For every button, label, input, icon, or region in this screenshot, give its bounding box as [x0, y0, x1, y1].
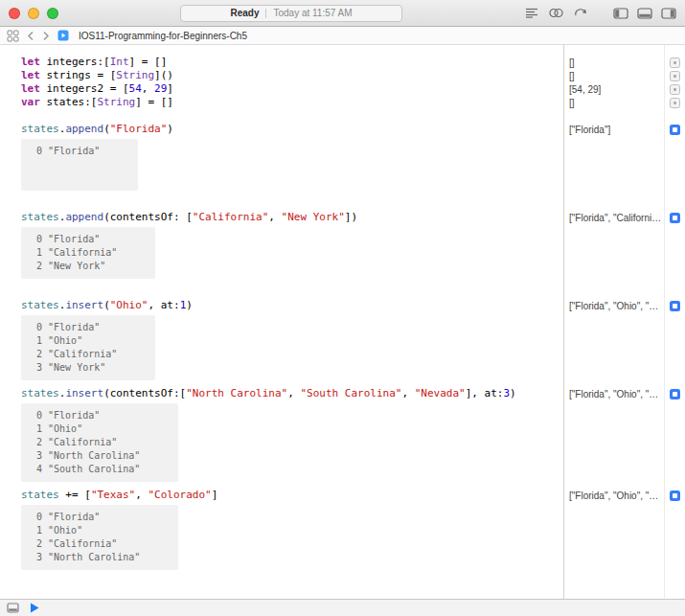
code-token: "Ohio"	[110, 299, 148, 311]
inline-result-row: 0 "Florida"	[36, 409, 140, 422]
show-result-button[interactable]	[670, 71, 680, 81]
code-blank-line[interactable]	[21, 285, 563, 299]
code-token: 54	[129, 82, 142, 95]
code-token: let	[21, 56, 40, 68]
show-result-button-active[interactable]	[670, 125, 680, 135]
result-value: []	[569, 57, 666, 68]
result-value: ["Florida", "Ohio", "…	[569, 389, 666, 399]
show-result-button-active[interactable]	[670, 389, 680, 399]
console-toggle-icon[interactable]	[7, 603, 19, 613]
sidebar-result-row: [54, 29]	[564, 82, 685, 96]
inline-result-row: 4 "South Carolina"	[36, 463, 140, 476]
code-line[interactable]: states.insert(contentsOf:["North Carolin…	[21, 387, 563, 400]
inline-result-box: 0 "Florida"	[21, 139, 138, 191]
standard-editor-icon[interactable]	[524, 7, 539, 19]
breadcrumb-filename[interactable]: IOS11-Programming-for-Beginners-Ch5	[79, 31, 247, 41]
code-token: "South Carolina"	[300, 387, 401, 399]
code-blank-line[interactable]	[21, 109, 563, 123]
code-token: append	[65, 123, 103, 135]
code-blank-line[interactable]	[21, 197, 563, 211]
inline-result-row: 2 "California"	[36, 537, 140, 551]
debug-area-panel-icon[interactable]	[637, 8, 652, 19]
code-token: states	[21, 489, 59, 501]
code-token: ])	[345, 211, 357, 223]
code-token: , at:	[148, 299, 180, 311]
playground-main: let integers:[Int] = []let strings = [St…	[0, 45, 685, 599]
code-line[interactable]: states.append(contentsOf: ["California",…	[21, 211, 563, 224]
code-token: ,	[287, 387, 300, 399]
sidebar-result-row: ["Florida"]	[564, 123, 685, 136]
code-token: states	[21, 299, 59, 311]
code-token: ,	[142, 82, 154, 95]
minimize-button[interactable]	[28, 8, 39, 19]
result-value: ["Florida", "Californi…	[569, 213, 666, 223]
sidebar-result-row: ["Florida", "Ohio", "…	[564, 387, 685, 400]
code-token: Int	[110, 56, 129, 68]
code-line[interactable]: let integers2 = [54, 29]	[21, 82, 563, 96]
code-line[interactable]: var states:[String] = []	[21, 96, 563, 109]
sidebar-result-row: []	[564, 56, 685, 69]
code-token: "New York"	[282, 211, 345, 223]
sidebar-result-row: []	[564, 69, 685, 82]
code-token: ,	[135, 489, 148, 501]
status-text: Ready	[230, 8, 259, 18]
code-token: ] = []	[129, 56, 168, 68]
code-token: let	[21, 82, 40, 95]
code-token: states:[	[40, 96, 98, 108]
result-value: ["Florida", "Ohio", "…	[569, 301, 666, 311]
code-token: strings = [	[40, 69, 116, 81]
code-line[interactable]: let integers:[Int] = []	[21, 56, 563, 69]
inline-result-row: 1 "Ohio"	[36, 524, 140, 537]
code-token: insert	[65, 299, 103, 311]
code-token: (	[103, 299, 110, 311]
assistant-editor-icon[interactable]	[548, 7, 564, 19]
editor-code[interactable]: let integers:[Int] = []let strings = [St…	[0, 45, 563, 599]
sidebar-result-row: ["Florida", "Ohio", "…	[564, 299, 685, 312]
inline-result-row: 0 "Florida"	[36, 145, 100, 158]
code-token: )	[510, 387, 516, 399]
debug-bar	[0, 599, 685, 616]
code-token: ]()	[154, 69, 173, 81]
code-line[interactable]: let strings = [String]()	[21, 69, 563, 82]
code-token: )	[186, 299, 193, 311]
show-result-button-active[interactable]	[670, 213, 680, 223]
code-token: ,	[401, 387, 414, 399]
close-button[interactable]	[9, 8, 20, 19]
sidebar-result-row: ["Florida", "Californi…	[564, 211, 685, 224]
activity-viewer: Ready Today at 11:57 AM	[180, 5, 402, 22]
toolbar: Ready Today at 11:57 AM	[0, 0, 685, 27]
show-result-button-active[interactable]	[670, 491, 680, 501]
related-items-icon[interactable]	[7, 30, 19, 42]
code-line[interactable]: states.insert("Ohio", at:1)	[21, 299, 563, 312]
back-chevron-icon[interactable]	[27, 31, 34, 41]
play-icon[interactable]	[30, 603, 39, 613]
code-token: integers:[	[40, 56, 110, 68]
code-token: integers2 = [	[40, 82, 129, 95]
version-editor-icon[interactable]	[573, 7, 588, 19]
show-result-button[interactable]	[670, 84, 680, 95]
show-result-button-active[interactable]	[670, 301, 680, 311]
inline-result-row: 1 "California"	[36, 246, 117, 260]
inline-result-row: 2 "California"	[36, 436, 140, 449]
inspector-panel-icon[interactable]	[661, 8, 676, 19]
show-result-button[interactable]	[670, 98, 680, 108]
inline-result-row: 0 "Florida"	[36, 233, 117, 246]
code-token: ]	[167, 82, 173, 95]
code-token: (	[103, 123, 110, 135]
forward-chevron-icon[interactable]	[42, 31, 50, 41]
show-result-button[interactable]	[670, 57, 680, 68]
sidebar-result-row: ["Florida", "Ohio", "…	[564, 489, 685, 502]
inline-result-box: 0 "Florida"1 "Ohio"2 "California"3 "Nort…	[21, 505, 178, 570]
code-token: let	[21, 69, 40, 81]
code-token: )	[167, 123, 173, 135]
navigator-panel-icon[interactable]	[613, 8, 628, 19]
result-value: []	[569, 71, 666, 81]
code-token: ,	[268, 211, 281, 223]
results-sidebar: [][][54, 29][]["Florida"]["Florida", "Ca…	[563, 45, 685, 599]
code-line[interactable]: states.append("Florida")	[21, 123, 563, 136]
toolbar-buttons	[524, 7, 676, 19]
code-line[interactable]: states += ["Texas", "Colorado"]	[21, 489, 563, 502]
result-value: [54, 29]	[569, 84, 666, 95]
zoom-button[interactable]	[47, 8, 58, 19]
result-value: []	[569, 98, 666, 108]
